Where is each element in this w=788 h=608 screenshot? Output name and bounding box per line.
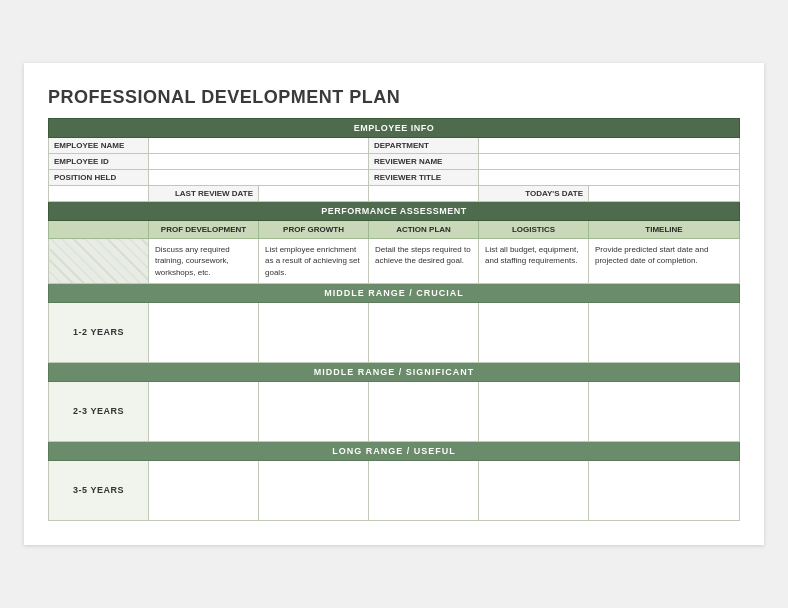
crucial-header-row: MIDDLE RANGE / CRUCIAL: [49, 283, 740, 302]
significant-timeline[interactable]: [589, 381, 740, 441]
col-header-prof-growth: PROF GROWTH: [259, 221, 369, 239]
position-held-label: POSITION HELD: [49, 170, 149, 186]
crucial-timeline[interactable]: [589, 302, 740, 362]
info-row-1: EMPLOYEE NAME DEPARTMENT: [49, 138, 740, 154]
department-label: DEPARTMENT: [369, 138, 479, 154]
crucial-header: MIDDLE RANGE / CRUCIAL: [49, 283, 740, 302]
todays-date-value[interactable]: [589, 186, 740, 202]
desc-timeline: Provide predicted start date and project…: [589, 239, 740, 284]
desc-action-plan: Detail the steps required to achieve the…: [369, 239, 479, 284]
useful-action-plan[interactable]: [369, 460, 479, 520]
reviewer-title-label: REVIEWER TITLE: [369, 170, 479, 186]
reviewer-title-value[interactable]: [479, 170, 740, 186]
crucial-prof-growth[interactable]: [259, 302, 369, 362]
employee-name-label: EMPLOYEE NAME: [49, 138, 149, 154]
page-wrapper: PROFESSIONAL DEVELOPMENT PLAN EMPLOYEE I…: [24, 63, 764, 545]
col-header-spacer: [49, 221, 149, 239]
reviewer-name-value[interactable]: [479, 154, 740, 170]
desc-hatched: [49, 239, 149, 284]
desc-prof-growth: List employee enrichment as a result of …: [259, 239, 369, 284]
employee-id-label: EMPLOYEE ID: [49, 154, 149, 170]
performance-header-row: PERFORMANCE ASSESSMENT: [49, 202, 740, 221]
today-spacer: [369, 186, 479, 202]
desc-row: Discuss any required training, coursewor…: [49, 239, 740, 284]
col-header-row: PROF DEVELOPMENT PROF GROWTH ACTION PLAN…: [49, 221, 740, 239]
desc-prof-dev: Discuss any required training, coursewor…: [149, 239, 259, 284]
reviewer-name-label: REVIEWER NAME: [369, 154, 479, 170]
last-review-value[interactable]: [259, 186, 369, 202]
crucial-prof-dev[interactable]: [149, 302, 259, 362]
page-title: PROFESSIONAL DEVELOPMENT PLAN: [48, 87, 740, 108]
year-label-2-3: 2-3 YEARS: [49, 381, 149, 441]
significant-prof-dev[interactable]: [149, 381, 259, 441]
info-row-3: POSITION HELD REVIEWER TITLE: [49, 170, 740, 186]
significant-prof-growth[interactable]: [259, 381, 369, 441]
crucial-action-plan[interactable]: [369, 302, 479, 362]
useful-data-row: 3-5 YEARS: [49, 460, 740, 520]
col-header-action-plan: ACTION PLAN: [369, 221, 479, 239]
useful-timeline[interactable]: [589, 460, 740, 520]
useful-prof-dev[interactable]: [149, 460, 259, 520]
year-label-3-5: 3-5 YEARS: [49, 460, 149, 520]
significant-action-plan[interactable]: [369, 381, 479, 441]
last-review-spacer: [49, 186, 149, 202]
department-value[interactable]: [479, 138, 740, 154]
last-review-label: LAST REVIEW DATE: [149, 186, 259, 202]
useful-header-row: LONG RANGE / USEFUL: [49, 441, 740, 460]
year-label-1-2: 1-2 YEARS: [49, 302, 149, 362]
significant-logistics[interactable]: [479, 381, 589, 441]
employee-info-header-row: EMPLOYEE INFO: [49, 119, 740, 138]
crucial-logistics[interactable]: [479, 302, 589, 362]
useful-logistics[interactable]: [479, 460, 589, 520]
crucial-data-row: 1-2 YEARS: [49, 302, 740, 362]
useful-prof-growth[interactable]: [259, 460, 369, 520]
col-header-logistics: LOGISTICS: [479, 221, 589, 239]
significant-header-row: MIDDLE RANGE / SIGNIFICANT: [49, 362, 740, 381]
info-row-4: LAST REVIEW DATE TODAY'S DATE: [49, 186, 740, 202]
main-table: EMPLOYEE INFO EMPLOYEE NAME DEPARTMENT E…: [48, 118, 740, 521]
col-header-timeline: TIMELINE: [589, 221, 740, 239]
employee-name-value[interactable]: [149, 138, 369, 154]
info-row-2: EMPLOYEE ID REVIEWER NAME: [49, 154, 740, 170]
employee-info-header: EMPLOYEE INFO: [49, 119, 740, 138]
col-header-prof-dev: PROF DEVELOPMENT: [149, 221, 259, 239]
significant-data-row: 2-3 YEARS: [49, 381, 740, 441]
performance-header: PERFORMANCE ASSESSMENT: [49, 202, 740, 221]
todays-date-label: TODAY'S DATE: [479, 186, 589, 202]
position-held-value[interactable]: [149, 170, 369, 186]
desc-logistics: List all budget, equipment, and staffing…: [479, 239, 589, 284]
useful-header: LONG RANGE / USEFUL: [49, 441, 740, 460]
significant-header: MIDDLE RANGE / SIGNIFICANT: [49, 362, 740, 381]
employee-id-value[interactable]: [149, 154, 369, 170]
